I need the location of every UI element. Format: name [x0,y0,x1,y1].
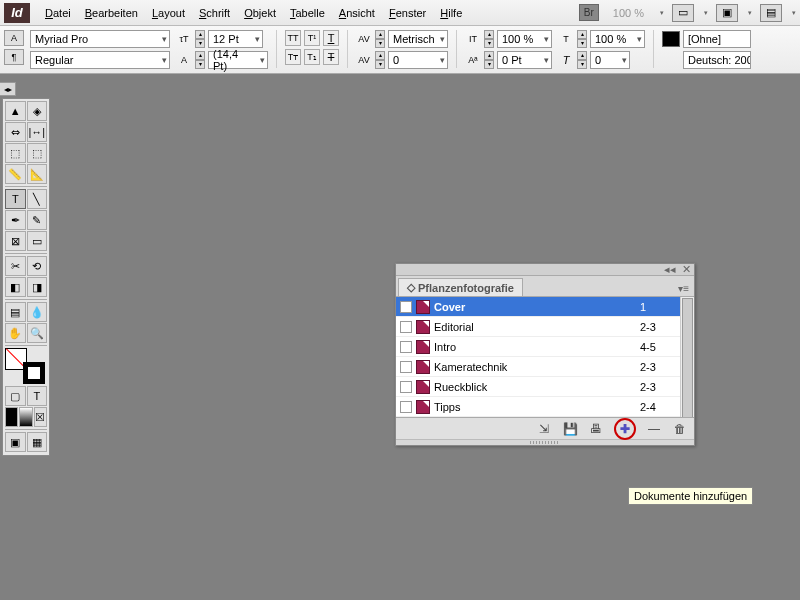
tooltip: Dokumente hinzufügen [628,487,753,505]
gradient-swatch-tool[interactable]: ◧ [5,277,26,297]
ruler-tool-2[interactable]: 📐 [27,164,48,184]
menu-datei[interactable]: Datei [38,4,78,22]
menu-schrift[interactable]: Schrift [192,4,237,22]
sync-icon[interactable]: ⇲ [536,421,552,437]
doc-checkbox[interactable] [400,381,412,393]
kerning-combo[interactable]: Metrisch [388,30,448,48]
doc-name: Kameratechnik [434,361,636,373]
vscale-combo[interactable]: 100 % [497,30,552,48]
scrollbar[interactable] [680,297,694,417]
doc-name: Editorial [434,321,636,333]
bridge-button[interactable]: Br [579,4,599,21]
apply-gradient-icon[interactable] [19,407,32,427]
menu-ansicht[interactable]: Ansicht [332,4,382,22]
gradient-tool[interactable]: ◨ [27,277,48,297]
leading-combo[interactable]: (14,4 Pt) [208,51,268,69]
document-row[interactable]: Editorial2-3 [396,317,694,337]
ruler-tool[interactable]: 📏 [5,164,26,184]
menu-fenster[interactable]: Fenster [382,4,433,22]
font-size-combo[interactable]: 12 Pt [208,30,263,48]
doc-checkbox[interactable] [400,321,412,333]
apply-color-icon[interactable] [5,407,18,427]
strike-icon[interactable]: T [323,49,339,65]
control-bar: A ¶ Myriad Pro Regular τT▴▾12 Pt A▴▾(14,… [0,26,800,74]
transform-tool[interactable]: ⟲ [27,256,48,276]
allcaps-icon[interactable]: TT [285,30,301,46]
book-panel: ◂◂✕ ◇Pflanzenfotografie ▾≡ Cover1Editori… [395,263,695,446]
fill-stroke-control[interactable] [5,348,47,384]
gap-tool[interactable]: |↔| [27,122,48,142]
baseline-icon: Aª [465,52,481,68]
doc-checkbox[interactable] [400,401,412,413]
subscript-icon[interactable]: T₁ [304,49,320,65]
frame-tool[interactable]: ⊠ [5,231,26,251]
scissors-tool[interactable]: ✂ [5,256,26,276]
trash-icon[interactable]: 🗑 [672,421,688,437]
panel-menu-icon[interactable]: ▾≡ [673,281,694,296]
menu-hilfe[interactable]: Hilfe [433,4,469,22]
doc-name: Rueckblick [434,381,636,393]
doc-checkbox[interactable] [400,341,412,353]
view-preview-icon[interactable]: ▦ [27,432,48,452]
view-mode-2[interactable]: ▣ [716,4,738,22]
panel-tab[interactable]: ◇Pflanzenfotografie [398,278,523,296]
rectangle-tool[interactable]: ▭ [27,231,48,251]
pencil-tool[interactable]: ✎ [27,210,48,230]
add-document-icon[interactable]: ✚ [617,421,633,437]
note-tool[interactable]: ▤ [5,302,26,322]
selection-tool[interactable]: ▲ [5,101,26,121]
document-row[interactable]: Rueckblick2-3 [396,377,694,397]
tracking-combo[interactable]: 0 [388,51,448,69]
collapse-icon[interactable]: ◂◂ [664,263,676,276]
document-row[interactable]: Intro4-5 [396,337,694,357]
view-normal-icon[interactable]: ▣ [5,432,26,452]
eyedropper-tool[interactable]: 💧 [27,302,48,322]
apply-container-icon[interactable]: ▢ [5,386,26,406]
apply-none-icon[interactable]: ☒ [34,407,47,427]
kerning-icon: AV [356,31,372,47]
font-family-combo[interactable]: Myriad Pro [30,30,170,48]
apply-text-icon[interactable]: T [27,386,48,406]
remove-icon[interactable]: — [646,421,662,437]
view-mode-1[interactable]: ▭ [672,4,694,22]
doc-checkbox[interactable] [400,301,412,313]
save-icon[interactable]: 💾 [562,421,578,437]
baseline-combo[interactable]: 0 Pt [497,51,552,69]
skew-combo[interactable]: 0 [590,51,630,69]
page-tool[interactable]: ⇔ [5,122,26,142]
zoom-display[interactable]: 100 % [607,7,650,19]
type-tool[interactable]: T [5,189,26,209]
menu-bearbeiten[interactable]: Bearbeiten [78,4,145,22]
language-combo[interactable]: Deutsch: 2006 R [683,51,751,69]
menu-layout[interactable]: Layout [145,4,192,22]
document-row[interactable]: Kameratechnik2-3 [396,357,694,377]
pen-tool[interactable]: ✒ [5,210,26,230]
direct-select-tool[interactable]: ◈ [27,101,48,121]
font-style-combo[interactable]: Regular [30,51,170,69]
zoom-tool[interactable]: 🔍 [27,323,48,343]
document-row[interactable]: Cover1 [396,297,694,317]
sidebar-collapse-tab[interactable]: ◂▸ [0,82,16,96]
view-mode-3[interactable]: ▤ [760,4,782,22]
hscale-combo[interactable]: 100 % [590,30,645,48]
line-tool[interactable]: ╲ [27,189,48,209]
superscript-icon[interactable]: T¹ [304,30,320,46]
document-row[interactable]: Tipps2-4 [396,397,694,417]
resize-grip[interactable] [396,439,694,445]
indesign-doc-icon [416,320,430,334]
content-tool[interactable]: ⬚ [5,143,26,163]
char-mode-icon[interactable]: A [4,30,24,46]
para-mode-icon[interactable]: ¶ [4,49,24,65]
hand-tool[interactable]: ✋ [5,323,26,343]
char-style-combo[interactable]: [Ohne] [683,30,751,48]
menu-tabelle[interactable]: Tabelle [283,4,332,22]
smallcaps-icon[interactable]: Tᴛ [285,49,301,65]
indesign-doc-icon [416,400,430,414]
doc-checkbox[interactable] [400,361,412,373]
content-tool-2[interactable]: ⬚ [27,143,48,163]
menu-objekt[interactable]: Objekt [237,4,283,22]
print-icon[interactable]: 🖶 [588,421,604,437]
fill-swatch[interactable] [662,31,680,47]
close-icon[interactable]: ✕ [682,263,691,276]
underline-icon[interactable]: T [323,30,339,46]
